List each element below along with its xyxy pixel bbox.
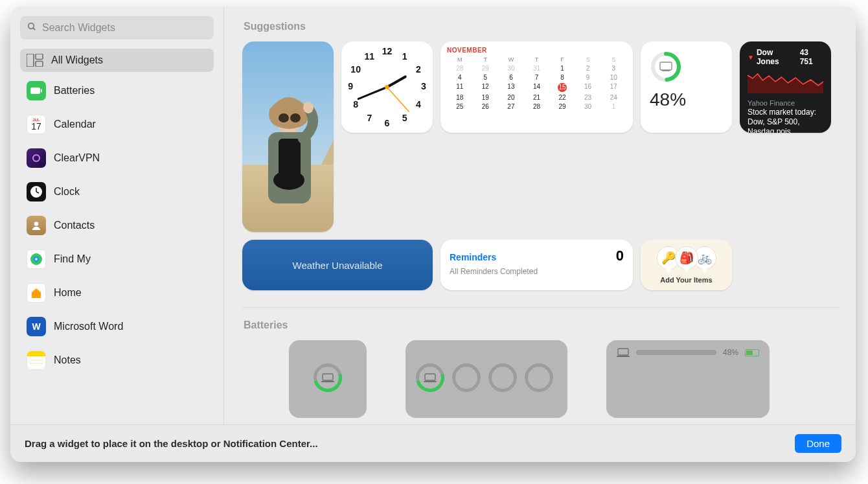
stocks-value: 43 751 — [800, 48, 823, 66]
sidebar-item-home[interactable]: Home — [20, 278, 214, 308]
svg-text:2: 2 — [416, 64, 421, 75]
widget-gallery-window: All Widgets Batteries JUL 17 Calendar — [10, 6, 856, 462]
done-button[interactable]: Done — [795, 434, 841, 453]
svg-text:6: 6 — [385, 118, 390, 128]
sidebar-item-label: Clock — [54, 186, 80, 198]
sidebar-item-label: Batteries — [54, 85, 95, 97]
svg-text:5: 5 — [402, 113, 407, 123]
notes-icon — [27, 351, 46, 370]
stocks-headline: Stock market today: Dow, S&P 500, Nasdaq… — [748, 108, 823, 133]
sidebar-item-clock[interactable]: Clock — [20, 177, 214, 207]
svg-rect-50 — [662, 70, 670, 71]
svg-rect-55 — [618, 349, 628, 355]
svg-rect-5 — [30, 87, 40, 94]
stocks-symbol: Dow Jones — [757, 48, 797, 66]
widget-battery[interactable]: 48% — [641, 41, 732, 133]
sidebar-item-findmy[interactable]: Find My — [20, 244, 214, 274]
sidebar-item-notes[interactable]: Notes — [20, 345, 214, 375]
sidebar-item-label: Calendar — [54, 119, 96, 130]
all-widgets-icon — [27, 54, 43, 67]
section-title-batteries: Batteries — [244, 319, 839, 331]
battery-widget-small[interactable] — [289, 340, 367, 418]
reminders-title: Reminders — [450, 252, 496, 262]
search-input[interactable] — [42, 22, 207, 34]
sidebar-item-word[interactable]: W Microsoft Word — [20, 312, 214, 341]
down-arrow-icon: ▼ — [748, 54, 754, 61]
reminders-count: 0 — [616, 248, 624, 264]
calendar-icon: JUL 17 — [27, 115, 46, 134]
clearvpn-icon — [27, 148, 46, 168]
word-icon: W — [27, 317, 46, 336]
svg-rect-3 — [36, 54, 43, 60]
sidebar-item-label: Notes — [54, 354, 81, 366]
svg-point-42 — [290, 113, 301, 122]
sidebar-item-label: Microsoft Word — [54, 321, 123, 332]
battery-percent: 48% — [650, 89, 723, 110]
svg-rect-6 — [41, 89, 42, 93]
batteries-icon — [27, 81, 46, 100]
sidebar-item-clearvpn[interactable]: ClearVPN — [20, 143, 214, 173]
footer-hint: Drag a widget to place it on the desktop… — [25, 438, 318, 449]
laptop-icon — [617, 348, 630, 357]
svg-rect-56 — [617, 356, 630, 357]
battery-icon — [745, 349, 759, 356]
svg-rect-4 — [36, 62, 43, 67]
sidebar-item-batteries[interactable]: Batteries — [20, 76, 214, 106]
suggestions-grid: 1212 345 678 91011 — [242, 41, 839, 290]
search-field[interactable] — [20, 16, 214, 40]
svg-text:3: 3 — [421, 81, 426, 91]
svg-point-45 — [273, 170, 304, 190]
batteries-widget-row: 48% — [242, 340, 839, 418]
search-icon — [27, 21, 37, 34]
sidebar-item-label: Contacts — [54, 220, 95, 231]
weather-message: Weather Unavailable — [293, 260, 383, 271]
svg-point-41 — [279, 113, 289, 122]
svg-text:10: 10 — [350, 64, 361, 75]
calendar-month: NOVEMBER — [447, 47, 626, 54]
photo-placeholder-icon — [242, 41, 334, 232]
svg-point-11 — [34, 222, 38, 225]
svg-text:11: 11 — [364, 51, 374, 62]
section-title-suggestions: Suggestions — [244, 21, 839, 32]
sidebar: All Widgets Batteries JUL 17 Calendar — [10, 6, 224, 424]
widget-stocks[interactable]: ▼ Dow Jones 43 751 Yahoo Finance Stock m… — [740, 41, 831, 133]
battery-widget-large[interactable]: 48% — [606, 340, 770, 418]
sidebar-item-all-widgets[interactable]: All Widgets — [20, 49, 214, 72]
svg-text:12: 12 — [382, 46, 393, 56]
main-panel: Suggestions 1212 345 678 91011 — [224, 6, 856, 424]
battery-widget-medium[interactable] — [405, 340, 567, 418]
widget-weather[interactable]: Weather Unavailable — [242, 240, 433, 290]
widget-findmy[interactable]: 🔑 🎒 🚲 Add Your Items — [641, 240, 732, 290]
footer: Drag a widget to place it on the desktop… — [10, 424, 856, 462]
widget-calendar[interactable]: NOVEMBER MTWTFSS 28293031123456789101112… — [440, 41, 633, 133]
findmy-label: Add Your Items — [660, 276, 712, 284]
svg-rect-15 — [27, 351, 45, 356]
stocks-source: Yahoo Finance — [748, 99, 823, 107]
svg-rect-49 — [660, 62, 672, 70]
findmy-icon — [27, 249, 46, 269]
clock-icon — [27, 182, 46, 202]
widget-photos[interactable] — [242, 41, 334, 232]
home-icon — [27, 283, 46, 303]
battery-ring-icon — [650, 51, 682, 83]
sidebar-item-calendar[interactable]: JUL 17 Calendar — [20, 109, 214, 139]
svg-point-46 — [303, 102, 314, 113]
sidebar-item-label: All Widgets — [51, 54, 103, 66]
reminders-subtitle: All Reminders Completed — [450, 267, 624, 277]
sidebar-item-label: ClearVPN — [54, 152, 100, 164]
widget-clock[interactable]: 1212 345 678 91011 — [341, 41, 433, 133]
svg-text:4: 4 — [416, 99, 421, 109]
stocks-chart-icon — [748, 69, 823, 93]
sidebar-item-label: Home — [54, 287, 82, 299]
widget-reminders[interactable]: Reminders 0 All Reminders Completed — [440, 240, 633, 290]
battery-large-percent: 48% — [723, 348, 738, 357]
svg-rect-2 — [27, 54, 34, 67]
clock-face-icon: 1212 345 678 91011 — [341, 41, 433, 133]
svg-point-35 — [385, 85, 389, 89]
svg-text:7: 7 — [367, 113, 372, 123]
section-divider — [242, 307, 839, 308]
svg-line-1 — [33, 28, 35, 30]
sidebar-item-label: Find My — [54, 253, 91, 265]
svg-text:1: 1 — [402, 51, 407, 62]
sidebar-item-contacts[interactable]: Contacts — [20, 211, 214, 240]
